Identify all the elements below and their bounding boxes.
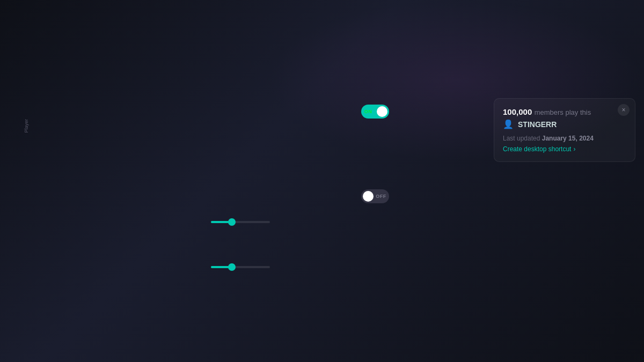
desktop-shortcut-link[interactable]: Create desktop shortcut › [503, 145, 626, 153]
toggle-knob [377, 106, 387, 117]
members-count: 100,000 [503, 107, 532, 116]
shortcut-label: Create desktop shortcut [503, 145, 571, 153]
info-card: × 100,000 members play this 👤 STINGERR L… [494, 98, 635, 162]
members-count-row: 100,000 members play this [503, 107, 626, 117]
author-name: STINGERR [518, 120, 557, 129]
speed-slider-knob[interactable] [228, 263, 236, 271]
last-updated-prefix: Last updated [503, 135, 540, 142]
speed-slider-track[interactable] [211, 266, 270, 268]
author-person-icon: 👤 [503, 119, 514, 129]
player-label: Player [24, 119, 29, 133]
members-text: members play this [535, 108, 591, 116]
toggle-knob-gold [363, 191, 374, 202]
last-updated-date: January 15, 2024 [542, 135, 594, 142]
chevron-right-icon: › [573, 145, 575, 153]
toggle-label-on: ON [364, 109, 372, 114]
last-updated: Last updated January 15, 2024 [503, 135, 626, 142]
close-info-button[interactable]: × [618, 104, 630, 116]
author-row: 👤 STINGERR [503, 119, 626, 129]
toggle-unlimited-gold[interactable]: OFF [361, 189, 389, 203]
gold-slider-track[interactable] [211, 221, 270, 223]
gold-slider-knob[interactable] [228, 218, 236, 226]
toggle-unlimited-health[interactable]: ON [361, 105, 389, 119]
toggle-label-off: OFF [376, 194, 386, 199]
